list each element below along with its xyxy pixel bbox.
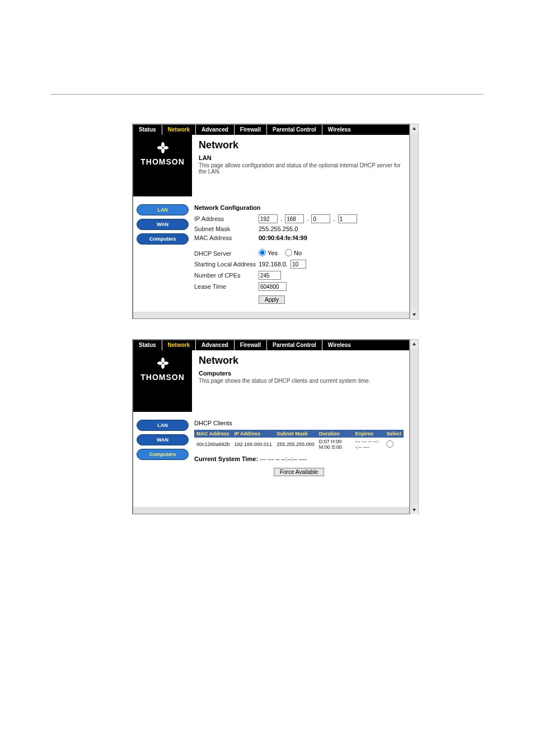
force-available-button[interactable]: Force Available <box>274 468 324 476</box>
dhcp-no-input[interactable] <box>285 249 292 256</box>
tab-status[interactable]: Status <box>133 340 162 350</box>
dhcp-yes-input[interactable] <box>259 249 266 256</box>
cell-mac: 00c1260a692b <box>194 438 232 451</box>
cell-subnet: 255.255.255.000 <box>274 438 317 451</box>
page-title: Network <box>199 139 404 151</box>
tab-firewall[interactable]: Firewall <box>235 340 267 350</box>
dhcp-no-radio[interactable]: No <box>285 249 302 256</box>
dot: . <box>333 215 335 222</box>
status-bar <box>133 507 409 514</box>
cell-expires: --- --- -- --:--:-- ---- <box>353 438 385 451</box>
cell-duration: D:07 H:00 M:00 S:00 <box>317 438 353 451</box>
ip-octet-2[interactable] <box>285 214 304 223</box>
start-addr-input[interactable] <box>291 260 306 269</box>
col-duration: Duration <box>317 430 353 438</box>
col-select: Select <box>384 430 404 438</box>
label-subnet: Subnet Mask <box>194 226 259 232</box>
status-bar <box>133 312 409 318</box>
scroll-up-icon[interactable] <box>410 340 418 349</box>
label-cpes: Number of CPEs <box>194 272 259 279</box>
value-mac: 00:90:64:fe:f4:99 <box>259 234 307 241</box>
label-lease: Lease Time <box>194 283 259 290</box>
label-ip: IP Address <box>194 215 259 222</box>
tab-parental-control[interactable]: Parental Control <box>267 340 322 350</box>
label-start-addr: Starting Local Address <box>194 261 259 267</box>
page-desc: This page allows configuration and statu… <box>199 162 404 175</box>
sidebar-item-wan[interactable]: WAN <box>137 219 189 230</box>
label-dhcp: DHCP Server <box>194 250 259 257</box>
scroll-down-icon[interactable] <box>410 310 418 319</box>
ip-octet-3[interactable] <box>311 214 330 223</box>
page-title: Network <box>199 355 404 367</box>
sidebar-item-computers[interactable]: Computers <box>137 449 189 460</box>
col-subnet: Subnet Mask <box>274 430 317 438</box>
dhcp-yes-radio[interactable]: Yes <box>259 249 278 256</box>
scroll-down-icon[interactable] <box>410 505 418 514</box>
tab-wireless[interactable]: Wireless <box>322 125 357 135</box>
lease-input[interactable] <box>259 282 287 291</box>
brand-name: THOMSON <box>140 373 185 382</box>
page-desc: This page shows the status of DHCP clien… <box>199 378 404 384</box>
sidebar-item-computers[interactable]: Computers <box>137 233 189 245</box>
table-header-row: MAC Address IP Address Subnet Mask Durat… <box>194 430 404 438</box>
tab-network[interactable]: Network <box>162 125 196 135</box>
cpes-input[interactable] <box>259 271 281 280</box>
tab-parental-control[interactable]: Parental Control <box>267 125 322 135</box>
dhcp-clients-table: MAC Address IP Address Subnet Mask Durat… <box>194 430 404 451</box>
scrollbar[interactable] <box>410 339 419 514</box>
page-subtitle: LAN <box>199 154 404 161</box>
brand-block: THOMSON <box>133 350 192 412</box>
apply-button[interactable]: Apply <box>259 295 285 304</box>
brand-flower-icon <box>153 356 173 370</box>
page-subtitle: Computers <box>199 370 404 377</box>
cell-select[interactable] <box>384 438 404 451</box>
dot: . <box>307 215 308 222</box>
ip-octet-4[interactable] <box>338 214 357 223</box>
dhcp-no-label: No <box>294 250 302 256</box>
sidebar-item-lan[interactable]: LAN <box>137 420 189 431</box>
cst-value: --- --- -- --:--:-- ---- <box>260 456 307 462</box>
top-tabs: Status Network Advanced Firewall Parenta… <box>133 125 409 135</box>
col-expires: Expires <box>353 430 385 438</box>
form-heading: Network Configuration <box>194 204 404 211</box>
sidebar-item-lan[interactable]: LAN <box>137 204 189 215</box>
scrollbar[interactable] <box>410 124 419 320</box>
start-addr-prefix: 192.168.0. <box>259 261 288 267</box>
dhcp-yes-label: Yes <box>268 250 278 256</box>
row-select-radio[interactable] <box>386 440 394 448</box>
tab-advanced[interactable]: Advanced <box>196 340 235 350</box>
label-mac: MAC Address <box>194 234 259 241</box>
brand-flower-icon <box>153 140 173 155</box>
col-ip: IP Address <box>232 430 275 438</box>
brand-block: THOMSON <box>133 135 192 196</box>
tab-network[interactable]: Network <box>162 340 196 350</box>
brand-name: THOMSON <box>140 157 185 166</box>
tab-status[interactable]: Status <box>133 125 162 135</box>
header-rule <box>50 94 484 95</box>
tab-wireless[interactable]: Wireless <box>322 340 357 350</box>
top-tabs: Status Network Advanced Firewall Parenta… <box>133 340 409 350</box>
ip-octet-1[interactable] <box>259 214 278 223</box>
list-heading: DHCP Clients <box>194 420 404 426</box>
scroll-up-icon[interactable] <box>410 124 418 133</box>
tab-firewall[interactable]: Firewall <box>235 125 267 135</box>
cst-label: Current System Time: <box>194 456 258 462</box>
col-mac: MAC Address <box>194 430 232 438</box>
table-row: 00c1260a692b 192.168.000.011 255.255.255… <box>194 438 404 451</box>
cell-ip: 192.168.000.011 <box>232 438 275 451</box>
sidebar-item-wan[interactable]: WAN <box>137 434 189 445</box>
dot: . <box>280 215 282 222</box>
value-subnet: 255.255.255.0 <box>259 226 298 232</box>
tab-advanced[interactable]: Advanced <box>196 125 235 135</box>
